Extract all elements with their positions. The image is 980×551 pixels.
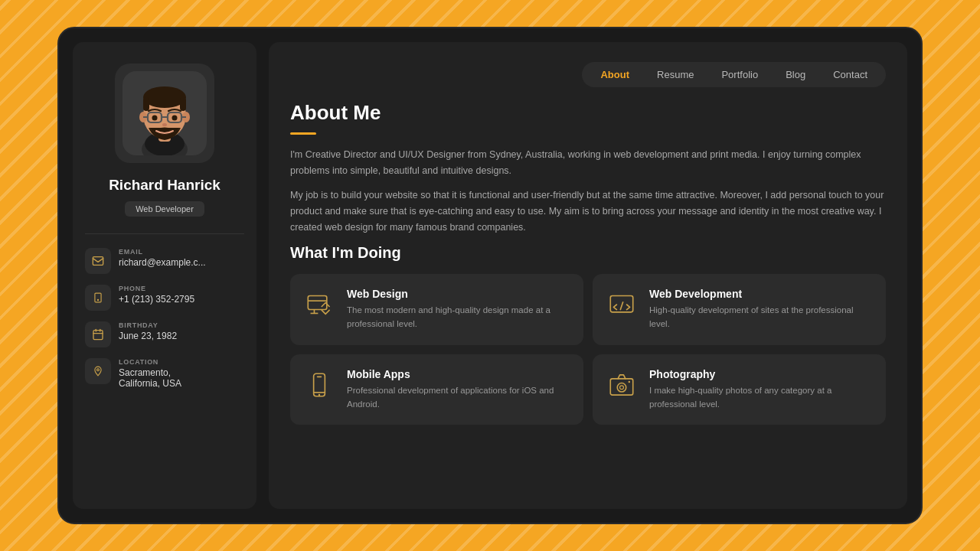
service-web-design-title: Web Design [347,288,571,300]
profile-badge: Web Developer [125,201,204,217]
location-info: LOCATION Sacramento,California, USA [85,358,244,389]
email-info: EMAIL richard@example.c... [85,248,244,274]
svg-point-33 [318,394,320,396]
web-design-icon [302,288,336,321]
tab-resume[interactable]: Resume [643,65,707,84]
tab-contact[interactable]: Contact [819,65,881,84]
service-web-design-desc: The most modern and high-quality design … [347,304,571,331]
svg-point-15 [152,116,158,121]
svg-point-17 [162,123,167,126]
location-icon [85,358,111,384]
sidebar-divider [85,233,244,234]
title-underline [290,132,316,135]
location-value: Sacramento,California, USA [119,367,181,389]
svg-point-5 [143,86,186,108]
phone-label: PHONE [119,285,194,292]
about-title: About Me [290,101,886,125]
svg-point-36 [617,383,626,391]
service-web-dev-title: Web Development [649,288,874,300]
birthday-value: June 23, 1982 [119,331,177,341]
mobile-icon [302,368,336,402]
web-dev-icon [605,288,639,321]
email-label: EMAIL [119,248,206,256]
sidebar: Richard Hanrick Web Developer EMAIL rich… [73,42,256,509]
svg-rect-26 [308,296,327,310]
phone-icon [85,285,111,311]
svg-point-16 [172,116,178,121]
svg-rect-19 [95,293,101,302]
service-photography: Photography I make high-quality photos o… [593,354,886,425]
svg-rect-18 [93,257,103,266]
services-grid: Web Design The most modern and high-qual… [290,274,886,425]
service-photography-desc: I make high-quality photos of any catego… [649,384,874,412]
svg-point-38 [629,380,630,382]
birthday-info: BIRTHDAY June 23, 1982 [85,321,244,347]
svg-point-20 [97,299,98,300]
about-para1: I'm Creative Director and UI/UX Designer… [290,147,886,178]
about-para2: My job is to build your website so that … [290,187,886,235]
email-icon [85,248,111,274]
service-photography-title: Photography [649,368,874,380]
top-nav: About Resume Portfolio Blog Contact [290,62,886,87]
profile-name: Richard Hanrick [109,177,220,194]
tab-about[interactable]: About [586,65,643,84]
service-mobile: Mobile Apps Professional development of … [290,354,583,425]
location-label: LOCATION [119,358,181,366]
service-web-design: Web Design The most modern and high-qual… [290,274,583,345]
avatar [115,64,214,163]
service-web-dev-desc: High-quality development of sites at the… [649,304,874,331]
photography-icon [605,368,639,402]
birthday-icon [85,321,111,347]
svg-point-25 [97,369,100,371]
info-list: EMAIL richard@example.c... PHONE +1 (213… [85,248,244,389]
phone-info: PHONE +1 (213) 352-2795 [85,285,244,311]
tab-blog[interactable]: Blog [772,65,819,84]
svg-rect-21 [93,331,103,340]
portfolio-card: Richard Hanrick Web Developer EMAIL rich… [57,27,923,524]
nav-tabs: About Resume Portfolio Blog Contact [582,62,886,87]
svg-rect-7 [180,97,186,111]
main-content: About Resume Portfolio Blog Contact Abou… [269,42,907,509]
svg-point-37 [620,386,624,390]
svg-rect-6 [143,97,149,111]
service-mobile-desc: Professional development of applications… [347,384,571,412]
service-mobile-title: Mobile Apps [347,368,571,380]
service-web-dev: Web Development High-quality development… [593,274,886,345]
tab-portfolio[interactable]: Portfolio [707,65,772,84]
phone-value: +1 (213) 352-2795 [119,294,194,305]
birthday-label: BIRTHDAY [119,321,177,329]
email-value: richard@example.c... [119,257,206,268]
services-title: What I'm Doing [290,244,886,262]
